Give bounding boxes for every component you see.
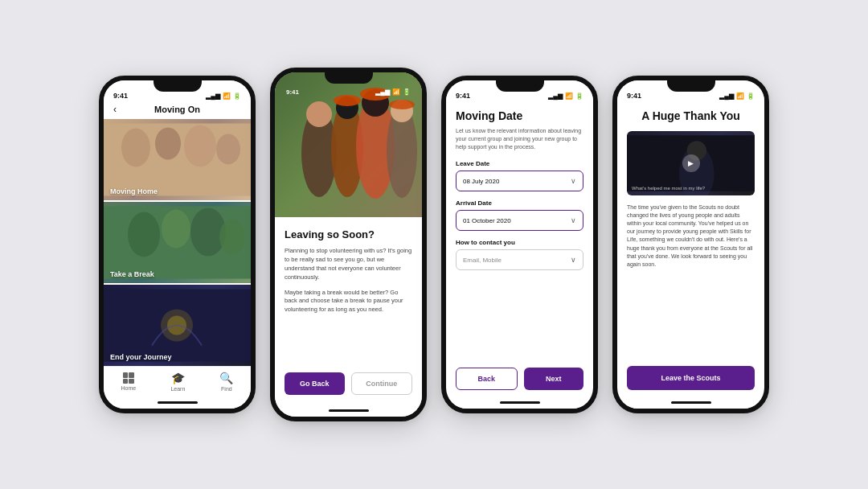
nav-find[interactable]: 🔍 Find	[219, 372, 233, 392]
home-indicator-1	[104, 398, 251, 409]
phone2-text1: Planning to stop volunteering with us? I…	[285, 247, 412, 282]
phone-3: 9:41 ▂▄▆ 📶 🔋 Moving Date Let us know the…	[441, 76, 598, 413]
nav-learn[interactable]: 🎓 Learn	[170, 372, 185, 392]
phone-notch-3	[496, 80, 544, 92]
phone2-body: Leaving so Soon? Planning to stop volunt…	[275, 217, 422, 406]
status-icons-4: ▂▄▆ 📶 🔋	[719, 92, 755, 100]
indicator-bar-2	[329, 409, 369, 412]
contact-chevron: ∨	[571, 256, 576, 264]
card-end-journey[interactable]: End your Journey	[104, 285, 251, 366]
phone2-text2: Maybe taking a break would be better? Go…	[285, 289, 412, 315]
wifi-icon: 📶	[223, 92, 231, 100]
signal-icon-4: ▂▄▆	[719, 92, 734, 100]
indicator-bar-1	[158, 401, 198, 404]
arrival-date-value: 01 October 2020	[463, 217, 511, 224]
svg-point-4	[216, 134, 240, 165]
svg-point-24	[389, 100, 415, 109]
nav-home[interactable]: Home	[121, 372, 137, 391]
phone-1: 9:41 ▂▄▆ 📶 🔋 ‹ Moving On	[99, 76, 256, 413]
contact-label: How to contact you	[456, 239, 583, 246]
go-back-button[interactable]: Go Back	[285, 372, 345, 395]
contact-dropdown[interactable]: Email, Mobile ∨	[456, 249, 583, 270]
home-icon	[123, 372, 134, 384]
learn-icon: 🎓	[171, 372, 185, 384]
leave-scouts-button[interactable]: Leave the Scouts	[627, 366, 755, 390]
battery-icon-4: 🔋	[747, 92, 755, 100]
indicator-bar-4	[671, 401, 711, 404]
home-indicator-3	[446, 398, 593, 409]
status-time-2: 9:41	[286, 88, 299, 96]
arrival-date-chevron: ∨	[571, 216, 576, 224]
play-button[interactable]: ▶	[682, 154, 700, 172]
svg-point-7	[162, 210, 190, 249]
bottom-nav: Home 🎓 Learn 🔍 Find	[104, 366, 251, 398]
phone3-content: Moving Date Let us know the relevant inf…	[446, 101, 593, 398]
signal-icon: ▂▄▆	[206, 92, 220, 100]
phone-notch-2	[325, 72, 373, 84]
nav-find-label: Find	[221, 386, 232, 392]
status-time-3: 9:41	[456, 92, 470, 100]
phones-container: 9:41 ▂▄▆ 📶 🔋 ‹ Moving On	[83, 51, 785, 438]
leave-date-label: Leave Date	[456, 160, 583, 167]
arrival-date-dropdown[interactable]: 01 October 2020 ∨	[456, 210, 583, 231]
status-icons-1: ▂▄▆ 📶 🔋	[206, 92, 241, 100]
nav-learn-label: Learn	[170, 386, 185, 392]
phone3-title: Moving Date	[456, 109, 583, 122]
leave-date-chevron: ∨	[571, 177, 576, 185]
status-icons-3: ▂▄▆ 📶 🔋	[548, 92, 583, 100]
home-indicator-4	[617, 398, 764, 409]
card-moving-home-label: Moving Home	[110, 187, 158, 195]
card-take-break[interactable]: Take a Break	[104, 202, 251, 283]
status-time-4: 9:41	[627, 92, 641, 100]
phone4-content: A Huge Thank You ▶ What's helped me most…	[617, 101, 764, 398]
leave-date-value: 08 July 2020	[463, 178, 499, 185]
back-button[interactable]: Back	[456, 368, 518, 390]
svg-point-3	[184, 125, 216, 167]
phone-notch-4	[667, 80, 715, 92]
leave-date-dropdown[interactable]: 08 July 2020 ∨	[456, 171, 583, 191]
battery-icon-3: 🔋	[575, 92, 583, 100]
card-end-journey-label: End your Journey	[110, 353, 172, 361]
phone-notch-1	[154, 80, 202, 92]
phone2-buttons: Go Back Continue	[285, 372, 412, 395]
phone4-body-text: The time you've given to the Scouts no d…	[627, 203, 755, 360]
svg-point-6	[128, 212, 160, 257]
svg-point-15	[306, 101, 332, 127]
card-moving-home[interactable]: Moving Home	[104, 119, 251, 200]
card-take-break-label: Take a Break	[110, 270, 154, 278]
svg-point-1	[121, 129, 150, 167]
back-arrow[interactable]: ‹	[113, 104, 117, 115]
next-button[interactable]: Next	[524, 368, 584, 390]
contact-value: Email, Mobile	[463, 257, 502, 264]
arrival-date-group: Arrival Date 01 October 2020 ∨	[456, 199, 583, 231]
indicator-bar-3	[500, 401, 540, 404]
signal-icon-3: ▂▄▆	[548, 92, 563, 100]
phone1-title: Moving On	[154, 105, 200, 114]
nav-home-label: Home	[121, 385, 137, 391]
battery-icon: 🔋	[233, 92, 241, 100]
status-time-1: 9:41	[113, 92, 128, 100]
svg-point-2	[155, 128, 181, 160]
contact-group: How to contact you Email, Mobile ∨	[456, 239, 583, 270]
arrival-date-label: Arrival Date	[456, 199, 583, 207]
search-icon: 🔍	[219, 372, 233, 384]
svg-point-9	[219, 220, 245, 255]
wifi-icon-3: 📶	[565, 92, 573, 100]
signal-icon-2: ▂▄▆	[375, 88, 390, 96]
status-icons-2: ▂▄▆ 📶 🔋	[375, 88, 411, 96]
phone2-hero-container: 9:41 ▂▄▆ 📶 🔋	[275, 72, 422, 217]
wifi-icon-4: 📶	[736, 92, 744, 100]
video-caption: What's helped me most in my life?	[632, 186, 705, 191]
phone4-video[interactable]: ▶ What's helped me most in my life?	[627, 131, 755, 195]
phone2-title: Leaving so Soon?	[285, 228, 412, 240]
continue-button[interactable]: Continue	[351, 372, 413, 395]
phone3-subtitle: Let us know the relevant information abo…	[456, 127, 583, 150]
home-indicator-2	[275, 406, 422, 417]
battery-icon-2: 🔋	[403, 88, 411, 96]
wifi-icon-2: 📶	[392, 88, 400, 96]
phone1-content: Moving Home Take a Break	[104, 119, 251, 366]
phone-2: 9:41 ▂▄▆ 📶 🔋 Leaving so Soon? Planning t…	[270, 68, 427, 421]
leave-date-group: Leave Date 08 July 2020 ∨	[456, 160, 583, 191]
phone-4: 9:41 ▂▄▆ 📶 🔋 A Huge Thank You ▶ What's h…	[612, 76, 769, 413]
phone4-title: A Huge Thank You	[627, 109, 755, 123]
